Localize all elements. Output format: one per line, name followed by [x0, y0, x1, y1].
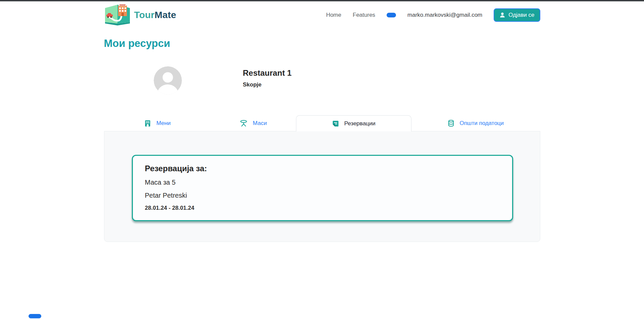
tab-label: Резервации	[344, 120, 376, 127]
tab-label: Мени	[156, 120, 171, 127]
user-icon	[499, 12, 505, 18]
header: TourMate Home Features marko.markovski@g…	[104, 0, 540, 26]
avatar	[154, 66, 182, 94]
note-icon	[332, 120, 339, 127]
reservation-dates: 28.01.24 - 28.01.24	[145, 205, 500, 211]
nav-link-home[interactable]: Home	[326, 12, 341, 18]
user-email: marko.markovski@gmail.com	[407, 12, 482, 18]
tourmate-map-logo-icon	[104, 3, 131, 27]
reservation-card: Резервација за: Маса за 5 Petar Petreski…	[132, 155, 513, 221]
tab-menu[interactable]: Мени	[104, 115, 211, 131]
tab-reservations[interactable]: Резервации	[296, 115, 412, 131]
page-bottom-pill	[29, 314, 41, 318]
logout-label: Одјави се	[508, 12, 534, 18]
header-nav: Home Features marko.markovski@gmail.com …	[326, 8, 540, 22]
resource-name: Restaurant 1	[243, 68, 292, 78]
logout-button[interactable]: Одјави се	[494, 8, 540, 22]
nav-pill-toggle[interactable]	[387, 13, 396, 17]
profile-info: Restaurant 1 Skopje	[243, 66, 292, 88]
resource-city: Skopje	[243, 81, 292, 88]
table-icon	[240, 120, 248, 127]
tab-label: Маси	[253, 120, 267, 127]
database-icon	[448, 120, 454, 127]
tab-label: Општи податоци	[459, 120, 504, 127]
nav-link-features[interactable]: Features	[353, 12, 375, 18]
brand-logo[interactable]: TourMate	[104, 3, 177, 27]
tab-general-data[interactable]: Општи податоци	[411, 115, 540, 131]
reservations-panel: Резервација за: Маса за 5 Petar Petreski…	[104, 131, 540, 242]
reservation-guest: Petar Petreski	[145, 192, 500, 199]
resource-tabs-section: Мени Маси Резе	[104, 115, 540, 242]
reservation-card-title: Резервација за:	[145, 164, 500, 173]
logo-hotel-building	[118, 4, 127, 16]
reservation-table: Маса за 5	[145, 179, 500, 186]
tab-tables[interactable]: Маси	[211, 115, 296, 131]
tab-list: Мени Маси Резе	[104, 115, 540, 131]
brand-name: TourMate	[134, 10, 177, 20]
building-icon	[144, 120, 151, 127]
window-top-edge	[0, 0, 644, 1]
resource-profile: Restaurant 1 Skopje	[104, 66, 540, 94]
page-title: Мои ресурси	[104, 38, 540, 50]
